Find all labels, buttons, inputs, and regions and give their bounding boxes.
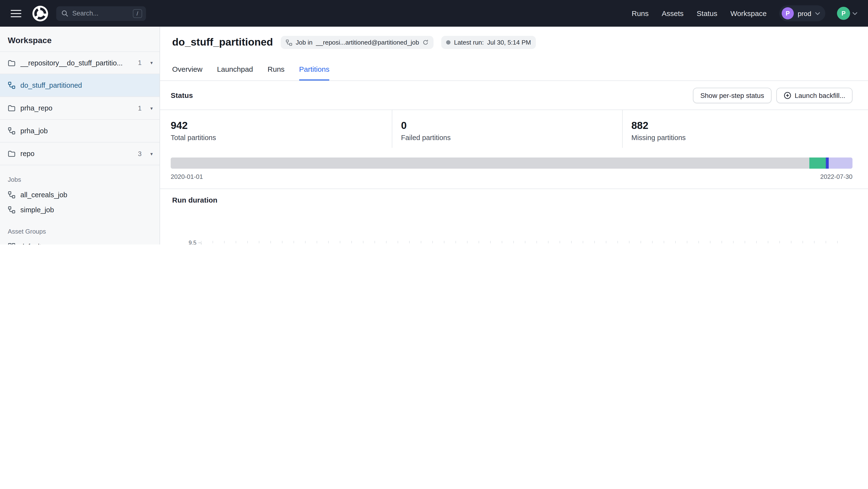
tab-runs[interactable]: Runs [268, 65, 285, 80]
tab-launchpad[interactable]: Launchpad [217, 65, 253, 80]
sidebar-item-repository[interactable]: __repository__do_stuff_partitio... 1 ▾ [0, 52, 159, 74]
bar-segment [829, 158, 852, 169]
sidebar-item-prha-repo[interactable]: prha_repo 1 ▾ [0, 97, 159, 120]
stat-value: 0 [401, 120, 622, 131]
user-menu[interactable]: P [837, 7, 857, 20]
repo-list: __repository__do_stuff_partitio... 1 ▾ d… [0, 52, 159, 165]
sidebar-item-prha-job[interactable]: prha_job [0, 120, 159, 142]
partition-range-end-label: 2022-07-30 [820, 173, 852, 180]
user-avatar: P [837, 7, 850, 20]
bar-segment [810, 158, 826, 169]
sidebar-item-all-cereals-job[interactable]: all_cereals_job [0, 187, 159, 202]
sidebar-item-label: do_stuff_partitioned [20, 82, 82, 89]
latest-run-label: Latest run: [454, 39, 484, 46]
top-nav: Search... / Runs Assets Status Workspace… [0, 0, 868, 27]
repo-expand-caret[interactable]: ▾ [150, 105, 153, 111]
status-heading: Status [171, 91, 193, 99]
job-chip-target[interactable]: __reposi...artitioned@partitioned_job [316, 39, 419, 46]
latest-run-chip[interactable]: Latest run: Jul 30, 5:14 PM [441, 36, 536, 49]
bar-segment [171, 158, 810, 169]
search-input[interactable]: Search... / [56, 6, 146, 21]
jobs-section-label: Jobs [0, 165, 159, 187]
run-status-dot [446, 40, 451, 44]
asset-groups-section-label: Asset Groups [0, 217, 159, 239]
bar-segment [826, 158, 829, 169]
search-placeholder: Search... [72, 10, 129, 17]
stat-failed-partitions: 0 Failed partitions [392, 110, 622, 148]
partition-stats: 942 Total partitions 0 Failed partitions… [160, 110, 868, 148]
folder-icon [8, 104, 16, 112]
sidebar-item-label: prha_job [20, 127, 48, 135]
sidebar-item-label: default [20, 242, 41, 244]
dagster-logo-icon [31, 4, 50, 23]
folder-icon [8, 59, 16, 67]
status-header-row: Status Show per-step status Launch backf… [160, 81, 868, 110]
stat-missing-partitions: 882 Missing partitions [622, 110, 852, 148]
dagster-logo[interactable] [31, 4, 50, 23]
job-icon [8, 191, 16, 198]
hamburger-menu-icon [11, 9, 21, 17]
sidebar-item-simple-job[interactable]: simple_job [0, 202, 159, 217]
search-shortcut-key: / [133, 9, 142, 18]
repo-count-badge: 1 [138, 104, 142, 112]
stat-total-partitions: 942 Total partitions [171, 110, 392, 148]
partition-status-bar[interactable] [171, 158, 852, 169]
chevron-down-icon [815, 12, 820, 15]
job-icon [286, 39, 292, 46]
chevron-down-icon [852, 12, 857, 15]
partition-range-start-label: 2020-01-01 [171, 173, 203, 180]
nav-link-workspace[interactable]: Workspace [730, 9, 767, 18]
sidebar-item-default-asset-group[interactable]: default [0, 239, 159, 244]
repo-expand-caret[interactable]: ▾ [150, 60, 153, 65]
nav-link-runs[interactable]: Runs [631, 9, 649, 18]
reload-icon[interactable] [422, 39, 429, 45]
sidebar-item-label: __repository__do_stuff_partitio... [20, 59, 123, 67]
nav-link-assets[interactable]: Assets [662, 9, 683, 18]
stat-value: 882 [631, 120, 852, 131]
repo-count-badge: 3 [138, 150, 142, 157]
repo-count-badge: 1 [138, 59, 142, 66]
job-chip-prefix: Job in [296, 39, 313, 46]
stat-label: Missing partitions [631, 134, 852, 141]
stat-label: Failed partitions [401, 134, 622, 141]
plus-circle-icon [783, 91, 791, 99]
main-content: do_stuff_partitioned Job in __reposi...a… [160, 27, 868, 244]
nav-link-status[interactable]: Status [696, 9, 717, 18]
job-origin-chip[interactable]: Job in __reposi...artitioned@partitioned… [281, 36, 434, 49]
repo-expand-caret[interactable]: ▾ [150, 151, 153, 156]
sidebar-item-label: prha_repo [20, 104, 52, 112]
deployment-name: prod [798, 9, 811, 17]
tab-bar: Overview Launchpad Runs Partitions [160, 65, 868, 81]
launch-backfill-button[interactable]: Launch backfill... [776, 88, 852, 103]
sidebar-item-repo[interactable]: repo 3 ▾ [0, 142, 159, 165]
nav-links: Runs Assets Status Workspace [631, 9, 767, 18]
dagster-app: Search... / Runs Assets Status Workspace… [0, 0, 868, 244]
run-duration-chart[interactable]: 9.59.08.58.07.57.06.56.05.52020-01-01202… [160, 222, 868, 244]
deployment-avatar: P [782, 7, 794, 20]
search-icon [61, 10, 68, 17]
run-duration-section: Run duration 9.59.08.58.07.57.06.56.05.5… [160, 189, 868, 244]
stat-label: Total partitions [171, 134, 392, 141]
svg-text:9.5: 9.5 [189, 240, 196, 244]
folder-icon [8, 150, 16, 158]
sidebar-item-label: simple_job [20, 206, 54, 214]
asset-group-icon [8, 242, 16, 244]
page-title: do_stuff_partitioned [172, 36, 273, 48]
show-per-step-status-button[interactable]: Show per-step status [693, 88, 771, 103]
job-icon [8, 82, 16, 89]
tab-overview[interactable]: Overview [172, 65, 203, 80]
latest-run-time[interactable]: Jul 30, 5:14 PM [487, 39, 531, 46]
stat-value: 942 [171, 120, 392, 131]
page-header: do_stuff_partitioned Job in __reposi...a… [160, 27, 868, 81]
partition-status-block: 2020-01-01 2022-07-30 [160, 148, 868, 180]
hamburger-menu-button[interactable] [8, 6, 24, 20]
workspace-sidebar: Workspace __repository__do_stuff_partiti… [0, 27, 160, 244]
tab-partitions[interactable]: Partitions [299, 65, 330, 80]
sidebar-item-do-stuff-partitioned[interactable]: do_stuff_partitioned [0, 74, 159, 97]
job-icon [8, 206, 16, 214]
deployment-switcher[interactable]: P prod [779, 5, 825, 21]
run-duration-heading: Run duration [172, 196, 868, 204]
sidebar-item-label: all_cereals_job [20, 191, 67, 198]
sidebar-item-label: repo [20, 150, 34, 158]
launch-backfill-label: Launch backfill... [795, 91, 845, 99]
